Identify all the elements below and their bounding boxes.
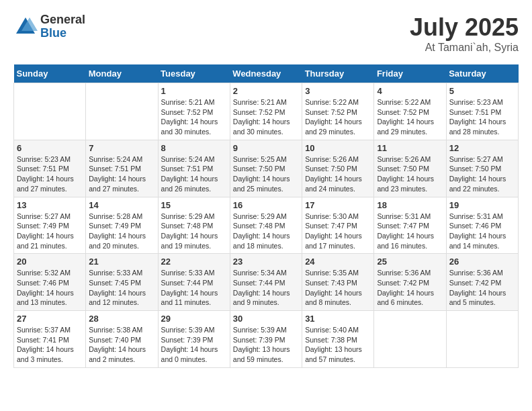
- calendar-cell: 13Sunrise: 5:27 AM Sunset: 7:49 PM Dayli…: [14, 197, 86, 254]
- calendar-cell: [446, 311, 518, 368]
- calendar-cell: 4Sunrise: 5:22 AM Sunset: 7:52 PM Daylig…: [374, 83, 446, 140]
- day-info: Sunrise: 5:36 AM Sunset: 7:42 PM Dayligh…: [377, 268, 443, 308]
- day-info: Sunrise: 5:33 AM Sunset: 7:45 PM Dayligh…: [89, 268, 154, 308]
- day-number: 19: [449, 200, 515, 210]
- calendar-cell: 30Sunrise: 5:39 AM Sunset: 7:39 PM Dayli…: [230, 311, 302, 368]
- calendar-cell: 31Sunrise: 5:40 AM Sunset: 7:38 PM Dayli…: [302, 311, 374, 368]
- day-number: 3: [305, 86, 371, 96]
- day-info: Sunrise: 5:40 AM Sunset: 7:38 PM Dayligh…: [305, 325, 371, 365]
- weekday-header-friday: Friday: [374, 64, 446, 83]
- weekday-header-sunday: Sunday: [14, 64, 86, 83]
- day-number: 29: [161, 314, 227, 324]
- weekday-header-thursday: Thursday: [302, 64, 374, 83]
- day-info: Sunrise: 5:36 AM Sunset: 7:42 PM Dayligh…: [449, 268, 515, 308]
- weekday-header-tuesday: Tuesday: [158, 64, 230, 83]
- calendar-cell: 5Sunrise: 5:23 AM Sunset: 7:51 PM Daylig…: [446, 83, 518, 140]
- day-number: 7: [89, 143, 154, 153]
- day-info: Sunrise: 5:23 AM Sunset: 7:51 PM Dayligh…: [449, 97, 515, 137]
- day-info: Sunrise: 5:35 AM Sunset: 7:43 PM Dayligh…: [305, 268, 371, 308]
- day-info: Sunrise: 5:22 AM Sunset: 7:52 PM Dayligh…: [377, 97, 443, 137]
- calendar-cell: 7Sunrise: 5:24 AM Sunset: 7:51 PM Daylig…: [86, 140, 158, 197]
- day-number: 13: [17, 200, 83, 210]
- day-number: 2: [233, 86, 299, 96]
- day-number: 30: [233, 314, 299, 324]
- day-info: Sunrise: 5:39 AM Sunset: 7:39 PM Dayligh…: [161, 325, 227, 365]
- day-number: 31: [305, 314, 371, 324]
- calendar-cell: 22Sunrise: 5:33 AM Sunset: 7:44 PM Dayli…: [158, 254, 230, 311]
- logo-text: General Blue: [40, 13, 85, 40]
- weekday-header-saturday: Saturday: [446, 64, 518, 83]
- day-number: 23: [233, 257, 299, 267]
- day-info: Sunrise: 5:21 AM Sunset: 7:52 PM Dayligh…: [233, 97, 299, 137]
- day-number: 1: [161, 86, 227, 96]
- calendar-cell: 2Sunrise: 5:21 AM Sunset: 7:52 PM Daylig…: [230, 83, 302, 140]
- day-info: Sunrise: 5:27 AM Sunset: 7:50 PM Dayligh…: [449, 154, 515, 194]
- calendar-cell: 18Sunrise: 5:31 AM Sunset: 7:47 PM Dayli…: [374, 197, 446, 254]
- day-number: 9: [233, 143, 299, 153]
- calendar-cell: 11Sunrise: 5:26 AM Sunset: 7:50 PM Dayli…: [374, 140, 446, 197]
- day-number: 4: [377, 86, 443, 96]
- week-row-1: 1Sunrise: 5:21 AM Sunset: 7:52 PM Daylig…: [14, 83, 519, 140]
- day-info: Sunrise: 5:31 AM Sunset: 7:46 PM Dayligh…: [449, 212, 515, 251]
- logo-general: General: [40, 13, 85, 27]
- day-number: 25: [377, 257, 443, 267]
- calendar-cell: 23Sunrise: 5:34 AM Sunset: 7:44 PM Dayli…: [230, 254, 302, 311]
- day-number: 12: [449, 143, 515, 153]
- day-info: Sunrise: 5:22 AM Sunset: 7:52 PM Dayligh…: [305, 97, 371, 137]
- calendar-cell: 9Sunrise: 5:25 AM Sunset: 7:50 PM Daylig…: [230, 140, 302, 197]
- calendar-cell: 14Sunrise: 5:28 AM Sunset: 7:49 PM Dayli…: [86, 197, 158, 254]
- calendar-cell: 17Sunrise: 5:30 AM Sunset: 7:47 PM Dayli…: [302, 197, 374, 254]
- week-row-3: 13Sunrise: 5:27 AM Sunset: 7:49 PM Dayli…: [14, 197, 519, 254]
- day-info: Sunrise: 5:29 AM Sunset: 7:48 PM Dayligh…: [233, 212, 299, 251]
- calendar-cell: 20Sunrise: 5:32 AM Sunset: 7:46 PM Dayli…: [14, 254, 86, 311]
- day-info: Sunrise: 5:37 AM Sunset: 7:41 PM Dayligh…: [17, 325, 83, 365]
- calendar-cell: [374, 311, 446, 368]
- day-number: 26: [449, 257, 515, 267]
- calendar-cell: 8Sunrise: 5:24 AM Sunset: 7:51 PM Daylig…: [158, 140, 230, 197]
- location: At Tamani`ah, Syria: [410, 42, 519, 54]
- calendar-cell: [14, 83, 86, 140]
- day-info: Sunrise: 5:31 AM Sunset: 7:47 PM Dayligh…: [377, 212, 443, 251]
- day-info: Sunrise: 5:24 AM Sunset: 7:51 PM Dayligh…: [161, 154, 227, 194]
- day-number: 11: [377, 143, 443, 153]
- calendar-cell: 25Sunrise: 5:36 AM Sunset: 7:42 PM Dayli…: [374, 254, 446, 311]
- weekday-header-monday: Monday: [86, 64, 158, 83]
- calendar-cell: 19Sunrise: 5:31 AM Sunset: 7:46 PM Dayli…: [446, 197, 518, 254]
- day-number: 18: [377, 200, 443, 210]
- week-row-4: 20Sunrise: 5:32 AM Sunset: 7:46 PM Dayli…: [14, 254, 519, 311]
- day-number: 24: [305, 257, 371, 267]
- day-info: Sunrise: 5:38 AM Sunset: 7:40 PM Dayligh…: [89, 325, 154, 365]
- day-number: 14: [89, 200, 154, 210]
- day-info: Sunrise: 5:32 AM Sunset: 7:46 PM Dayligh…: [17, 268, 83, 308]
- logo: General Blue: [13, 13, 85, 40]
- day-number: 17: [305, 200, 371, 210]
- logo-blue: Blue: [40, 27, 85, 40]
- day-number: 16: [233, 200, 299, 210]
- calendar-table: SundayMondayTuesdayWednesdayThursdayFrid…: [13, 64, 519, 368]
- calendar-cell: 21Sunrise: 5:33 AM Sunset: 7:45 PM Dayli…: [86, 254, 158, 311]
- day-info: Sunrise: 5:34 AM Sunset: 7:44 PM Dayligh…: [233, 268, 299, 308]
- calendar-cell: 29Sunrise: 5:39 AM Sunset: 7:39 PM Dayli…: [158, 311, 230, 368]
- calendar-cell: 6Sunrise: 5:23 AM Sunset: 7:51 PM Daylig…: [14, 140, 86, 197]
- day-number: 8: [161, 143, 227, 153]
- day-number: 6: [17, 143, 83, 153]
- calendar-cell: 27Sunrise: 5:37 AM Sunset: 7:41 PM Dayli…: [14, 311, 86, 368]
- day-number: 15: [161, 200, 227, 210]
- day-info: Sunrise: 5:26 AM Sunset: 7:50 PM Dayligh…: [377, 154, 443, 194]
- day-info: Sunrise: 5:24 AM Sunset: 7:51 PM Dayligh…: [89, 154, 154, 194]
- logo-icon: [13, 15, 38, 39]
- day-number: 10: [305, 143, 371, 153]
- day-info: Sunrise: 5:28 AM Sunset: 7:49 PM Dayligh…: [89, 212, 154, 251]
- day-number: 27: [17, 314, 83, 324]
- calendar-cell: 16Sunrise: 5:29 AM Sunset: 7:48 PM Dayli…: [230, 197, 302, 254]
- page-header: General Blue July 2025 At Tamani`ah, Syr…: [13, 13, 519, 54]
- day-number: 28: [89, 314, 154, 324]
- day-number: 21: [89, 257, 154, 267]
- day-number: 22: [161, 257, 227, 267]
- day-info: Sunrise: 5:33 AM Sunset: 7:44 PM Dayligh…: [161, 268, 227, 308]
- day-info: Sunrise: 5:30 AM Sunset: 7:47 PM Dayligh…: [305, 212, 371, 251]
- day-info: Sunrise: 5:39 AM Sunset: 7:39 PM Dayligh…: [233, 325, 299, 365]
- day-info: Sunrise: 5:23 AM Sunset: 7:51 PM Dayligh…: [17, 154, 83, 194]
- calendar-cell: 12Sunrise: 5:27 AM Sunset: 7:50 PM Dayli…: [446, 140, 518, 197]
- weekday-header-row: SundayMondayTuesdayWednesdayThursdayFrid…: [14, 64, 519, 83]
